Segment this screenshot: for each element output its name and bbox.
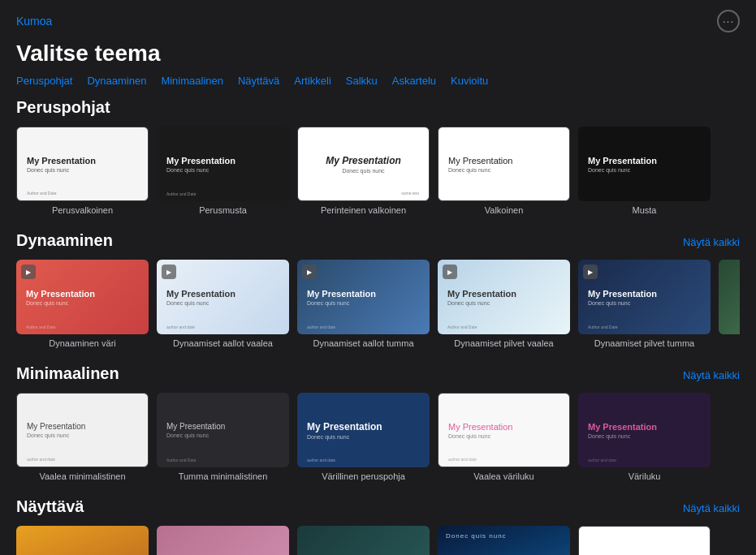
cat-peruspohjat[interactable]: Peruspohjat xyxy=(16,75,72,87)
top-bar: Kumoa ··· xyxy=(0,0,756,37)
section-peruspohjat: Peruspohjat My Presentation Donec quis n… xyxy=(0,98,756,231)
template-dyn-cloud-light[interactable]: ▶ My Presentation Donec quis nunc Author… xyxy=(438,260,570,348)
thumb-author: author and date xyxy=(166,325,195,329)
section-title-minimaalinen: Minimaalinen xyxy=(16,364,119,383)
thumb-author: some text xyxy=(401,191,419,196)
template-photo-yellow[interactable]: MYPRESENTATION Keltainen muoti xyxy=(16,526,149,555)
template-dyn-wave-dark[interactable]: ▶ My Presentation Donec quis nunc author… xyxy=(297,260,430,348)
thumb-title: My Presentation xyxy=(307,289,420,299)
template-label: Valkoinen xyxy=(485,205,524,215)
thumb-sub: Donec quis nunc xyxy=(166,300,279,306)
template-valkoinen[interactable]: My Presentation Donec quis nunc Valkoine… xyxy=(438,127,570,215)
thumb-title: My Presentation xyxy=(447,289,560,299)
thumb-sub: Donec quis nunc xyxy=(588,300,701,306)
thumb-sub: Donec quis nunc xyxy=(166,167,279,173)
thumb-sub: Donec quis nunc xyxy=(448,167,559,173)
thumb-sub: Donec quis nunc xyxy=(27,432,138,438)
thumb-sub: Donec quis nunc xyxy=(27,167,138,173)
back-button[interactable]: Kumoa xyxy=(16,15,52,28)
section-header-nayttava: Näyttävä Näytä kaikki xyxy=(16,497,740,516)
thumb-dyn-wave-dark: ▶ My Presentation Donec quis nunc author… xyxy=(297,260,430,334)
template-dyn-vari[interactable]: ▶ My Presentation Donec quis nunc Author… xyxy=(16,260,149,348)
template-label: Vaalea minimalistinen xyxy=(39,471,125,481)
thumb-author: Author and Date xyxy=(588,325,617,329)
thumb-title: My Presentation xyxy=(448,156,559,166)
section-header-dynaaminen: Dynaaminen Näytä kaikki xyxy=(16,231,740,250)
thumb-sub: Donec quis nunc xyxy=(166,432,279,438)
thumb-title: My Presentation xyxy=(448,422,559,432)
cat-askartelu[interactable]: Askartelu xyxy=(392,75,436,87)
thumb-author: author and date xyxy=(307,325,335,329)
thumb-perusmusta: My Presentation Donec quis nunc Author a… xyxy=(157,127,289,201)
thumb-dyn-cloud-light: ▶ My Presentation Donec quis nunc Author… xyxy=(438,260,570,334)
thumb-photo-yellow: MYPRESENTATION xyxy=(16,526,149,555)
section-header-peruspohjat: Peruspohjat xyxy=(16,98,740,117)
template-label: Dynaamiset aallot tumma xyxy=(313,338,413,348)
thumb-min-light-color: My Presentation Donec quis nunc author a… xyxy=(438,393,570,467)
template-grid-minimaalinen: My Presentation Donec quis nunc author a… xyxy=(16,393,740,481)
cat-salkku[interactable]: Salkku xyxy=(346,75,378,87)
more-icon: ··· xyxy=(723,15,735,28)
template-photo-white2[interactable]: DONEC QUIS NUNCMY PRESENTATION Vaalea ar… xyxy=(578,526,711,555)
thumb-sub: Donec quis nunc xyxy=(307,434,420,440)
thumb-author: author and date xyxy=(27,457,55,462)
template-min-light-color[interactable]: My Presentation Donec quis nunc author a… xyxy=(438,393,570,481)
section-header-minimaalinen: Minimaalinen Näytä kaikki xyxy=(16,364,740,383)
template-min-colored[interactable]: My Presentation Donec quis nunc author a… xyxy=(297,393,430,481)
section-title-nayttava: Näyttävä xyxy=(16,497,84,516)
thumb-author: Author and Date xyxy=(27,191,56,196)
template-label: Värillinen peruspohja xyxy=(322,471,405,481)
thumb-perinteinen: My Presentation Donec quis nunc some tex… xyxy=(297,127,430,201)
thumb-dyn-cloud-dark: ▶ My Presentation Donec quis nunc Author… xyxy=(578,260,711,334)
template-label: Dynaamiset aallot vaalea xyxy=(173,338,273,348)
cat-nayttava[interactable]: Näyttävä xyxy=(238,75,279,87)
template-min-dark[interactable]: My Presentation Donec quis nunc Author a… xyxy=(157,393,289,481)
thumb-photo-person: MYPRESENTATION xyxy=(157,526,289,555)
section-title-peruspohjat: Peruspohjat xyxy=(16,98,110,117)
thumb-sub: Donec quis nunc xyxy=(26,300,139,306)
cat-kuvioitu[interactable]: Kuvioitu xyxy=(451,75,488,87)
template-min-color[interactable]: My Presentation Donec quis nunc author a… xyxy=(578,393,711,481)
cat-minimaalinen[interactable]: Minimaalinen xyxy=(161,75,223,87)
see-all-nayttava[interactable]: Näytä kaikki xyxy=(683,502,740,514)
template-label: Perusvalkoinen xyxy=(52,205,113,215)
thumb-author: Author and Date xyxy=(166,458,196,462)
thumb-author: Author and Date xyxy=(26,325,55,329)
thumb-title: My Presentation xyxy=(166,289,279,299)
cat-artikkeli[interactable]: Artikkeli xyxy=(294,75,331,87)
thumb-title: My Presentation xyxy=(27,422,138,431)
template-musta[interactable]: My Presentation Donec quis nunc Musta xyxy=(578,127,711,215)
template-dyn-green[interactable] xyxy=(719,260,740,348)
template-label: Dynaaminen väri xyxy=(49,338,116,348)
see-all-dynaaminen[interactable]: Näytä kaikki xyxy=(683,236,740,248)
thumb-title: My Presentation xyxy=(166,156,279,166)
template-dyn-wave-light[interactable]: ▶ My Presentation Donec quis nunc author… xyxy=(157,260,289,348)
cat-dynaaminen[interactable]: Dynaaminen xyxy=(87,75,146,87)
template-grid-nayttava: MYPRESENTATION Keltainen muoti MYPRESENT… xyxy=(16,526,740,555)
thumb-title: My Presentation xyxy=(588,289,701,299)
template-min-light[interactable]: My Presentation Donec quis nunc author a… xyxy=(16,393,149,481)
thumb-sub: Donec quis nunc xyxy=(588,167,701,173)
thumb-perusvalkoinen: My Presentation Donec quis nunc Author a… xyxy=(16,127,149,201)
more-button[interactable]: ··· xyxy=(717,10,740,32)
thumb-title: My Presentation xyxy=(26,289,139,299)
thumb-min-colored: My Presentation Donec quis nunc author a… xyxy=(297,393,430,467)
thumb-author: author and date xyxy=(588,458,616,462)
thumb-sub: Donec quis nunc xyxy=(588,433,701,439)
thumb-author: author and date xyxy=(307,458,335,462)
template-perusvalkoinen[interactable]: My Presentation Donec quis nunc Author a… xyxy=(16,127,149,215)
template-dyn-cloud-dark[interactable]: ▶ My Presentation Donec quis nunc Author… xyxy=(578,260,711,348)
template-grid-dynaaminen: ▶ My Presentation Donec quis nunc Author… xyxy=(16,260,740,348)
thumb-sub: Donec quis nunc xyxy=(342,168,384,174)
template-photo-person[interactable]: MYPRESENTATION Muotikuva xyxy=(157,526,289,555)
thumb-min-color: My Presentation Donec quis nunc author a… xyxy=(578,393,711,467)
template-photo-teal[interactable]: MY PRESENTATION Tumma teal xyxy=(297,526,430,555)
template-photo-ocean[interactable]: Donec quis nunc Meri xyxy=(438,526,570,555)
template-perusmusta[interactable]: My Presentation Donec quis nunc Author a… xyxy=(157,127,289,215)
thumb-title: My Presentation xyxy=(166,422,279,431)
thumb-author: Author and Date xyxy=(447,325,477,329)
thumb-title: My Presentation xyxy=(588,422,701,432)
see-all-minimaalinen[interactable]: Näytä kaikki xyxy=(683,369,740,381)
thumb-author: author and date xyxy=(448,457,477,462)
template-perinteinen[interactable]: My Presentation Donec quis nunc some tex… xyxy=(297,127,430,215)
